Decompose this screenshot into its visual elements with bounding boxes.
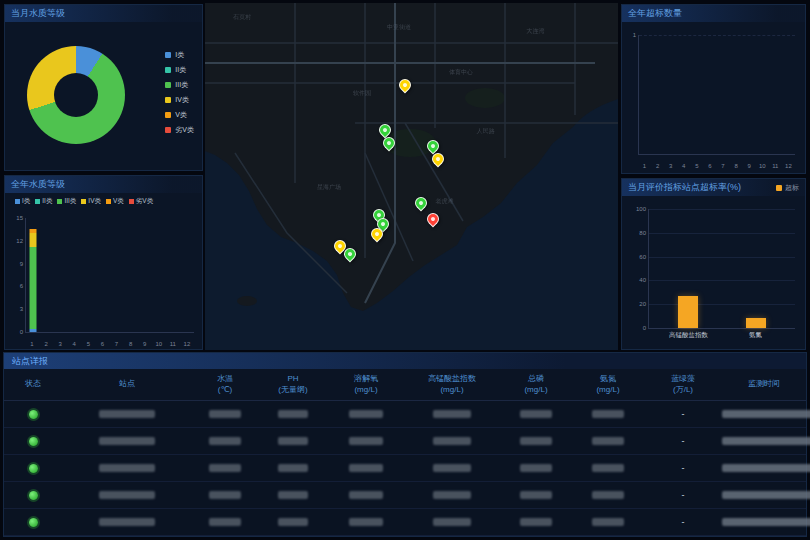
column-header: 站点 [62, 379, 192, 389]
y-tick: 0 [20, 329, 23, 335]
status-ok-icon [29, 491, 38, 500]
legend-swatch [165, 82, 171, 88]
y-tick: 1 [633, 32, 636, 38]
gridline [639, 35, 795, 36]
donut-legend: I类II类III类IV类V类劣V类 [165, 50, 194, 140]
legend-label: III类 [175, 80, 188, 90]
legend-item[interactable]: 劣V类 [129, 197, 153, 206]
y-tick: 80 [639, 230, 646, 236]
bar-slot [96, 218, 110, 332]
panel-year-exceed: 全年超标数量 1 123456789101112 [621, 4, 806, 174]
map-place-label: 中亚街道 [387, 23, 411, 32]
bar-slot [40, 218, 54, 332]
y-tick: 0 [643, 325, 646, 331]
redacted-value [209, 410, 241, 418]
legend-label: II类 [175, 65, 186, 75]
redacted-value [278, 464, 308, 472]
y-tick: 100 [636, 206, 646, 212]
redacted-value [722, 518, 810, 526]
table-column-headers: 状态站点水温(℃)PH(无量纲)溶解氧(mg/L)高锰酸盐指数(mg/L)总磷(… [4, 369, 806, 401]
table-cell [192, 518, 258, 526]
gridline [649, 304, 795, 305]
x-tick: 9 [743, 163, 756, 169]
redacted-value [722, 464, 810, 472]
bar[interactable] [746, 318, 766, 328]
table-cell [4, 410, 62, 419]
legend-item[interactable]: I类 [165, 50, 194, 60]
table-cell [572, 410, 644, 418]
map-place-label: 石页村 [233, 12, 251, 21]
table-cell: - [644, 490, 722, 500]
table-cell [500, 491, 572, 499]
x-tick: 8 [730, 163, 743, 169]
redacted-value [209, 518, 241, 526]
table-row[interactable]: - [4, 509, 806, 536]
legend-item[interactable]: V类 [106, 197, 124, 206]
legend-item[interactable]: III类 [165, 80, 194, 90]
legend-swatch [129, 199, 134, 204]
redacted-value [209, 491, 241, 499]
table-cell [258, 437, 328, 445]
donut-chart [27, 46, 125, 144]
x-tick: 6 [703, 163, 716, 169]
bar[interactable] [678, 296, 698, 328]
legend-item[interactable]: 劣V类 [165, 125, 194, 135]
bar-slot [54, 218, 68, 332]
redacted-value [209, 464, 241, 472]
redacted-value [278, 518, 308, 526]
table-cell [258, 491, 328, 499]
map[interactable]: 石页村中亚街道大连湾软件园体育中心人民路星海广场老虎滩 [205, 3, 618, 350]
table-row[interactable]: - [4, 482, 806, 509]
x-tick: 11 [769, 163, 782, 169]
gridline [649, 280, 795, 281]
y-tick: 15 [16, 215, 23, 221]
legend-swatch [165, 52, 171, 58]
legend-swatch [57, 199, 62, 204]
table-cell [404, 437, 500, 445]
year-quality-legend: I类II类III类IV类V类劣V类 [5, 193, 202, 206]
table-cell [328, 410, 404, 418]
bar-slot [180, 218, 194, 332]
legend-swatch [106, 199, 111, 204]
panel-month-quality-header: 当月水质等级 [5, 5, 202, 22]
y-tick: 3 [20, 306, 23, 312]
legend-item[interactable]: V类 [165, 110, 194, 120]
status-ok-icon [29, 518, 38, 527]
rate-legend[interactable]: 超标 [776, 183, 799, 193]
table-row[interactable]: - [4, 455, 806, 482]
dashboard: 当月水质等级 I类II类III类IV类V类劣V类 全年水质等级 I类II类III… [0, 0, 810, 540]
legend-item[interactable]: II类 [165, 65, 194, 75]
x-tick: 7 [109, 341, 123, 347]
legend-item[interactable]: IV类 [81, 197, 101, 206]
legend-item[interactable]: III类 [57, 197, 76, 206]
table-cell [258, 410, 328, 418]
table-cell [500, 437, 572, 445]
legend-item[interactable]: I类 [15, 197, 30, 206]
legend-swatch [81, 199, 86, 204]
table-cell [62, 410, 192, 418]
bar-slot [68, 218, 82, 332]
table-cell [572, 518, 644, 526]
table-cell [404, 410, 500, 418]
x-tick: 2 [651, 163, 664, 169]
legend-item[interactable]: IV类 [165, 95, 194, 105]
x-tick: 3 [664, 163, 677, 169]
legend-item[interactable]: II类 [35, 197, 52, 206]
table-row[interactable]: - [4, 428, 806, 455]
table-cell [722, 491, 810, 499]
column-header: PH(无量纲) [258, 374, 328, 395]
panel-title: 全年水质等级 [11, 178, 65, 191]
x-tick: 12 [180, 341, 194, 347]
table-row[interactable]: - [4, 401, 806, 428]
table-cell [722, 437, 810, 445]
redacted-value [520, 437, 552, 445]
redacted-value [592, 518, 624, 526]
map-place-label: 体育中心 [449, 68, 473, 77]
y-tick: 40 [639, 277, 646, 283]
table-cell [722, 464, 810, 472]
x-tick: 10 [756, 163, 769, 169]
table-cell [572, 437, 644, 445]
redacted-value [99, 410, 155, 418]
table-cell [722, 518, 810, 526]
table-cell [722, 410, 810, 418]
